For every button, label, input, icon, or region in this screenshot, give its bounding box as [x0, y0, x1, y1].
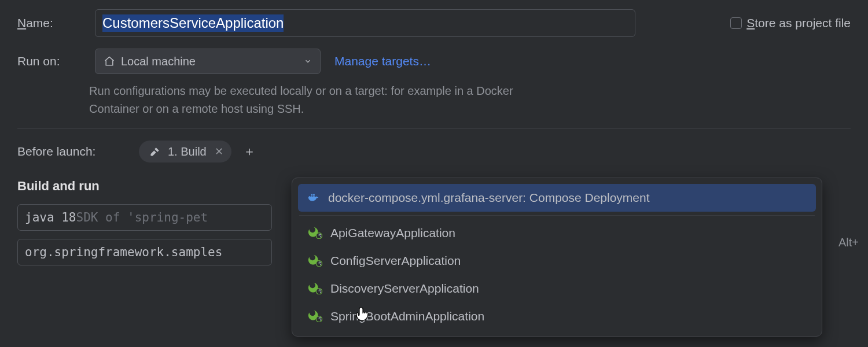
- main-class-value: org.springframework.samples: [25, 245, 222, 259]
- popup-item-label: SpringBootAdminApplication: [330, 309, 484, 323]
- store-label: Store as project file: [746, 16, 851, 30]
- sdk-suffix: SDK of 'spring-pet: [76, 211, 208, 224]
- main-class-field[interactable]: org.springframework.samples: [17, 239, 272, 265]
- name-input[interactable]: CustomersServiceApplication: [95, 9, 635, 37]
- divider: [17, 128, 851, 129]
- popup-separator: [299, 215, 815, 216]
- run-on-selected-value: Local machine: [121, 55, 196, 68]
- run-on-hint: Run configurations may be executed local…: [89, 82, 535, 118]
- svg-rect-10: [319, 262, 319, 264]
- popup-item-label: DiscoveryServerApplication: [330, 282, 479, 296]
- shortcut-hint: Alt+: [838, 236, 859, 249]
- popup-item-configserver[interactable]: ConfigServerApplication: [298, 247, 816, 275]
- popup-item-apigateway[interactable]: ApiGatewayApplication: [298, 219, 816, 247]
- popup-item-label: docker-compose.yml.grafana-server: Compo…: [328, 191, 650, 205]
- name-label: Name:: [17, 16, 81, 30]
- run-config-popup: docker-compose.yml.grafana-server: Compo…: [292, 178, 822, 337]
- manage-targets-link[interactable]: Manage targets…: [334, 54, 431, 68]
- svg-rect-16: [319, 318, 319, 319]
- popup-item-discoveryserver[interactable]: DiscoveryServerApplication: [298, 275, 816, 302]
- run-on-select[interactable]: Local machine: [95, 49, 321, 74]
- chip-remove-icon[interactable]: ✕: [214, 145, 225, 158]
- sdk-value: java 18: [25, 211, 76, 224]
- popup-item-label: ApiGatewayApplication: [330, 226, 455, 240]
- spring-run-icon: [307, 309, 322, 323]
- checkbox-icon: [730, 17, 742, 29]
- spring-run-icon: [307, 282, 322, 296]
- chip-label: 1. Build: [168, 145, 207, 158]
- svg-rect-7: [319, 234, 319, 236]
- svg-rect-4: [313, 194, 315, 196]
- before-launch-build-chip[interactable]: 1. Build ✕: [139, 141, 231, 163]
- name-input-value: CustomersServiceApplication: [102, 14, 284, 32]
- spring-run-icon: [307, 254, 322, 268]
- hammer-icon: [149, 146, 161, 157]
- house-icon: [104, 56, 115, 67]
- docker-icon: [307, 191, 320, 204]
- run-on-label: Run on:: [17, 54, 81, 68]
- chevron-down-icon: [304, 57, 312, 65]
- svg-rect-13: [319, 290, 319, 291]
- store-as-project-file-checkbox[interactable]: Store as project file: [730, 16, 851, 30]
- add-before-launch-button[interactable]: ＋: [243, 143, 256, 160]
- svg-rect-3: [311, 194, 312, 196]
- before-launch-label: Before launch:: [17, 145, 133, 158]
- sdk-select[interactable]: java 18 SDK of 'spring-pet: [17, 204, 272, 231]
- popup-item-springbootadmin[interactable]: SpringBootAdminApplication: [298, 302, 816, 330]
- popup-item-label: ConfigServerApplication: [330, 254, 461, 268]
- popup-item-docker-compose[interactable]: docker-compose.yml.grafana-server: Compo…: [298, 184, 816, 212]
- spring-run-icon: [307, 226, 322, 240]
